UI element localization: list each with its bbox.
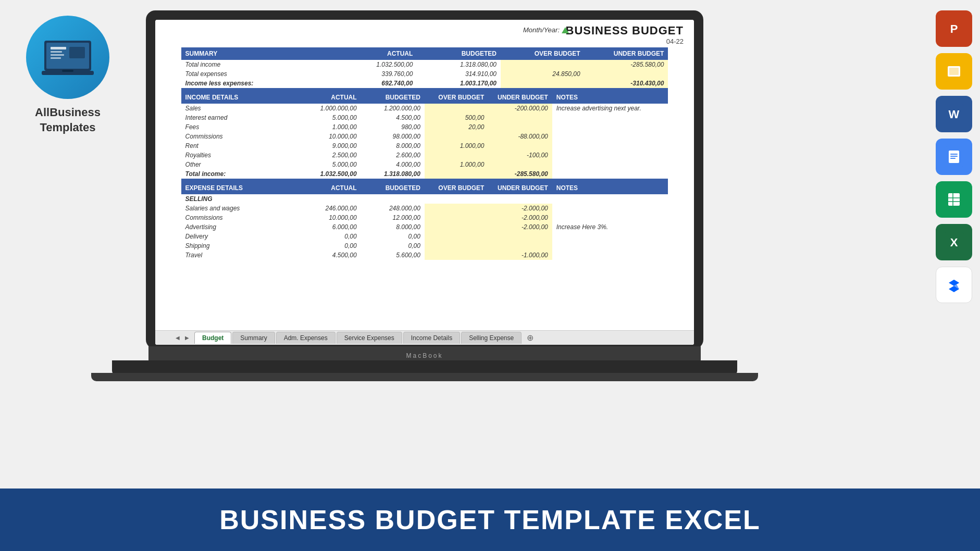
income-details-section: INCOME DETAILS ACTUAL BUDGETED OVER BUDG… [155, 91, 694, 182]
month-year-value: 04-22 [566, 37, 684, 45]
right-app-icons: P W X [936, 10, 972, 303]
macbook-label: MacBook [406, 352, 443, 359]
word-icon[interactable]: W [936, 96, 972, 132]
logo-circle [26, 16, 109, 99]
svg-rect-20 [950, 158, 956, 159]
summary-section: SUMMARY ACTUAL BUDGETED OVER BUDGET UNDE… [155, 47, 694, 91]
table-row: Rent 9.000,00 8.000,00 1.000,00 [181, 141, 668, 151]
tab-prev-btn[interactable]: ◀ [173, 334, 182, 342]
table-row: Commissions 10.000,00 98.000,00 -88.000,… [181, 132, 668, 141]
spreadsheet-header: Month/Year: BUSINESS BUDGET 04-22 [155, 20, 694, 47]
svg-text:P: P [950, 22, 958, 35]
expense-details-table: EXPENSE DETAILS ACTUAL BUDGETED OVER BUD… [181, 182, 668, 260]
macbook-foot [91, 373, 758, 381]
svg-rect-13 [949, 68, 959, 75]
table-row: Royalties 2.500,00 2.600,00 -100,00 [181, 151, 668, 160]
tab-navigation: ◀ ▶ [173, 334, 191, 342]
svg-text:W: W [949, 108, 960, 121]
macbook-bezel: Month/Year: BUSINESS BUDGET 04-22 SUMMAR [146, 10, 703, 349]
table-row: Total expenses 339.760,00 314.910,00 24.… [181, 69, 668, 79]
svg-rect-5 [51, 57, 61, 59]
table-row: Salaries and wages 246.000,00 248.000,00… [181, 204, 668, 213]
svg-rect-6 [69, 47, 85, 58]
svg-rect-18 [950, 154, 958, 155]
table-row: Other 5.000,00 4.000,00 1.000,00 [181, 160, 668, 169]
tab-add-button[interactable]: ⊕ [523, 332, 538, 344]
tab-summary[interactable]: Summary [232, 332, 275, 344]
expense-header-row: EXPENSE DETAILS ACTUAL BUDGETED OVER BUD… [181, 182, 668, 194]
excel-icon[interactable]: X [936, 224, 972, 260]
main-title: BUSINESS BUDGET [566, 24, 684, 37]
table-row: Total income 1.032.500,00 1.318.080,00 -… [181, 60, 668, 69]
dropdown-triangle [562, 27, 569, 33]
svg-rect-8 [62, 70, 73, 72]
table-row: Fees 1.000,00 980,00 20,00 [181, 122, 668, 132]
tab-service-expenses[interactable]: Service Expenses [337, 332, 402, 344]
svg-rect-22 [948, 193, 960, 206]
table-row: Travel 4.500,00 5.600,00 -1.000,00 [181, 251, 668, 260]
tab-next-btn[interactable]: ▶ [183, 334, 191, 342]
table-row: Interest earned 5.000,00 4.500,00 500,00 [181, 113, 668, 122]
income-header-row: INCOME DETAILS ACTUAL BUDGETED OVER BUDG… [181, 91, 668, 104]
google-sheets-icon[interactable] [936, 181, 972, 218]
summary-header-row: SUMMARY ACTUAL BUDGETED OVER BUDGET UNDE… [181, 47, 668, 60]
table-row: Sales 1.000.000,00 1.200.000,00 -200.000… [181, 104, 668, 113]
table-row: Income less expenses: 692.740,00 1.003.1… [181, 79, 668, 88]
macbook-container: Month/Year: BUSINESS BUDGET 04-22 SUMMAR [146, 10, 703, 391]
tab-budget[interactable]: Budget [194, 332, 231, 344]
tab-bar: ◀ ▶ Budget Summary Adm. Expenses Service… [155, 330, 694, 345]
google-docs-icon[interactable] [936, 139, 972, 175]
spreadsheet: Month/Year: BUSINESS BUDGET 04-22 SUMMAR [155, 20, 694, 345]
brand-name: AllBusiness Templates [35, 105, 101, 135]
tab-income-details[interactable]: Income Details [403, 332, 460, 344]
dropbox-icon[interactable] [936, 267, 972, 303]
income-details-table: INCOME DETAILS ACTUAL BUDGETED OVER BUDG… [181, 91, 668, 182]
svg-rect-2 [51, 47, 66, 49]
table-row: Total income: 1.032.500,00 1.318.080,00 … [181, 169, 668, 179]
laptop-icon [39, 35, 96, 80]
macbook-screen: Month/Year: BUSINESS BUDGET 04-22 SUMMAR [155, 20, 694, 345]
tab-selling-expense[interactable]: Selling Expense [461, 332, 522, 344]
table-row: Shipping 0,00 0,00 [181, 241, 668, 251]
bottom-banner: BUSINESS BUDGET TEMPLATE EXCEL [0, 489, 980, 551]
summary-table: SUMMARY ACTUAL BUDGETED OVER BUDGET UNDE… [181, 47, 668, 91]
selling-label-row: SELLING [181, 194, 668, 204]
svg-text:X: X [950, 236, 958, 249]
svg-rect-19 [950, 156, 958, 157]
left-logo-area: AllBusiness Templates [10, 16, 125, 135]
svg-rect-4 [51, 54, 64, 56]
table-row: Commissions 10.000,00 12.000,00 -2.000,0… [181, 213, 668, 222]
expense-details-section: EXPENSE DETAILS ACTUAL BUDGETED OVER BUD… [155, 182, 694, 260]
tab-adm-expenses[interactable]: Adm. Expenses [276, 332, 336, 344]
google-slides-icon[interactable] [936, 53, 972, 90]
powerpoint-icon[interactable]: P [936, 10, 972, 47]
table-row: Delivery 0,00 0,00 [181, 232, 668, 241]
title-block: BUSINESS BUDGET 04-22 [566, 24, 684, 45]
svg-rect-3 [51, 51, 62, 53]
bottom-banner-text: BUSINESS BUDGET TEMPLATE EXCEL [219, 504, 760, 535]
month-year-field: Month/Year: [523, 26, 569, 34]
table-row: Advertising 6.000,00 8.000,00 -2.000,00 … [181, 222, 668, 232]
